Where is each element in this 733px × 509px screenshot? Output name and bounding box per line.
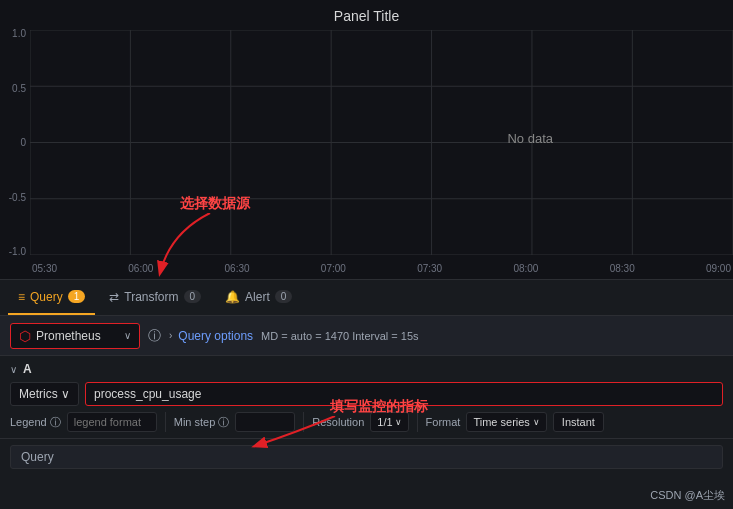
min-step-input[interactable] — [235, 412, 295, 432]
query-options-section[interactable]: › Query options — [169, 329, 253, 343]
divider-1 — [165, 412, 166, 432]
resolution-label-text: Resolution — [312, 416, 364, 428]
resolution-value: 1/1 — [377, 416, 392, 428]
x-label-2: 06:00 — [128, 263, 153, 274]
x-label-5: 07:30 — [417, 263, 442, 274]
tabs-bar: ≡ Query 1 ⇄ Transform 0 🔔 Alert 0 — [0, 280, 733, 316]
x-label-6: 08:00 — [513, 263, 538, 274]
tab-alert[interactable]: 🔔 Alert 0 — [215, 280, 302, 315]
y-label-4: -0.5 — [9, 192, 26, 203]
legend-label: Legend ⓘ — [10, 415, 61, 430]
query-tab-label: Query — [30, 290, 63, 304]
query-tab-icon: ≡ — [18, 290, 25, 304]
info-icon[interactable]: ⓘ — [148, 327, 161, 345]
divider-2 — [303, 412, 304, 432]
collapse-icon[interactable]: ∨ — [10, 364, 17, 375]
resolution-label: Resolution — [312, 416, 364, 428]
x-axis: 05:30 06:00 06:30 07:00 07:30 08:00 08:3… — [30, 257, 733, 279]
metrics-button[interactable]: Metrics ∨ — [10, 382, 79, 406]
y-label-1: 1.0 — [12, 28, 26, 39]
x-label-3: 06:30 — [225, 263, 250, 274]
x-label-7: 08:30 — [610, 263, 635, 274]
resolution-chevron: ∨ — [395, 417, 402, 427]
legend-label-text: Legend — [10, 416, 47, 428]
metrics-label: Metrics ∨ — [19, 387, 70, 401]
metric-input[interactable] — [85, 382, 723, 406]
query-options-chevron: › — [169, 330, 172, 341]
chart-area: Panel Title 1.0 0.5 0 -0.5 -1.0 — [0, 0, 733, 280]
min-step-label: Min step ⓘ — [174, 415, 230, 430]
datasource-select[interactable]: ⬡ Prometheus ∨ — [10, 323, 140, 349]
min-step-label-text: Min step — [174, 416, 216, 428]
no-data-label: No data — [507, 131, 553, 146]
x-label-8: 09:00 — [706, 263, 731, 274]
query-a-section: ∨ A Metrics ∨ Legend ⓘ Min step — [0, 356, 733, 439]
chart-svg-container: No data — [30, 30, 733, 255]
resolution-select[interactable]: 1/1 ∨ — [370, 412, 408, 432]
transform-tab-icon: ⇄ — [109, 290, 119, 304]
instant-button[interactable]: Instant — [553, 412, 604, 432]
query-letter: A — [23, 362, 32, 376]
query-options-label: Query options — [178, 329, 253, 343]
y-label-3: 0 — [20, 137, 26, 148]
format-chevron: ∨ — [533, 417, 540, 427]
x-label-4: 07:00 — [321, 263, 346, 274]
datasource-chevron: ∨ — [124, 330, 131, 341]
tab-query[interactable]: ≡ Query 1 — [8, 280, 95, 315]
transform-tab-badge: 0 — [184, 290, 202, 303]
legend-info-icon[interactable]: ⓘ — [50, 415, 61, 430]
query-tab-badge: 1 — [68, 290, 86, 303]
metrics-row: Metrics ∨ — [10, 382, 723, 406]
format-select[interactable]: Time series ∨ — [466, 412, 546, 432]
divider-3 — [417, 412, 418, 432]
format-value: Time series — [473, 416, 529, 428]
y-label-5: -1.0 — [9, 246, 26, 257]
alert-tab-badge: 0 — [275, 290, 293, 303]
transform-tab-label: Transform — [124, 290, 178, 304]
query-meta: MD = auto = 1470 Interval = 15s — [261, 330, 418, 342]
format-label: Format — [426, 416, 461, 428]
alert-tab-label: Alert — [245, 290, 270, 304]
query-a-header: ∨ A — [10, 362, 723, 376]
x-label-1: 05:30 — [32, 263, 57, 274]
options-row: Legend ⓘ Min step ⓘ Resolution 1/1 ∨ — [10, 412, 723, 432]
datasource-row: ⬡ Prometheus ∨ ⓘ › Query options MD = au… — [0, 316, 733, 356]
chart-title: Panel Title — [0, 0, 733, 28]
y-axis: 1.0 0.5 0 -0.5 -1.0 — [0, 28, 30, 257]
min-step-info-icon[interactable]: ⓘ — [218, 415, 229, 430]
prometheus-icon: ⬡ — [19, 328, 31, 344]
datasource-name: Prometheus — [36, 329, 101, 343]
format-label-text: Format — [426, 416, 461, 428]
legend-format-input[interactable] — [67, 412, 157, 432]
tab-transform[interactable]: ⇄ Transform 0 — [99, 280, 211, 315]
watermark: CSDN @A尘埃 — [650, 488, 725, 503]
query-button[interactable]: Query — [10, 445, 723, 469]
bottom-panel: ≡ Query 1 ⇄ Transform 0 🔔 Alert 0 ⬡ Prom… — [0, 280, 733, 509]
y-label-2: 0.5 — [12, 83, 26, 94]
alert-tab-icon: 🔔 — [225, 290, 240, 304]
